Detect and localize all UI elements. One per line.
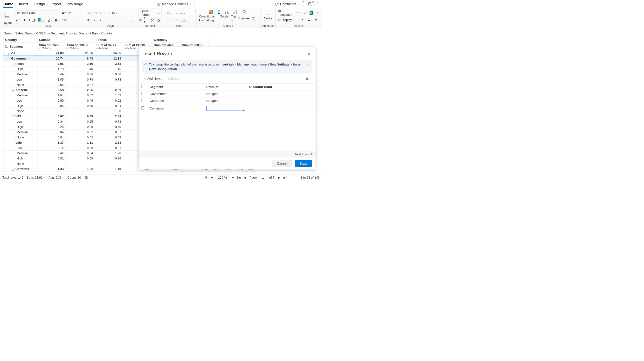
increase-font-icon[interactable]: A▴ — [62, 10, 66, 15]
sync-icon[interactable]: ⟳⌄ — [315, 18, 320, 22]
dlg-band-cell[interactable] — [247, 97, 316, 104]
page-first-button[interactable]: I◀ — [237, 176, 240, 180]
cell[interactable]: 0.65 — [37, 82, 65, 88]
cell[interactable]: 1.78 — [37, 66, 65, 72]
cell[interactable]: 0.08 — [66, 145, 95, 150]
cell[interactable]: 0.02 — [95, 98, 123, 103]
explorer-button[interactable] — [233, 10, 238, 15]
cell[interactable]: 0.14 — [37, 145, 65, 150]
cell[interactable] — [66, 161, 95, 166]
close-icon[interactable]: ✕ — [308, 51, 311, 56]
cell[interactable]: 1.33 — [37, 166, 65, 172]
cell[interactable] — [95, 82, 123, 88]
tab-home[interactable]: Home — [3, 1, 14, 7]
cell[interactable]: 1.26 — [95, 150, 123, 156]
font-family-select[interactable]: Inforiver Sans⌄ — [16, 10, 46, 15]
layout-dropdown[interactable]: ⌄ — [2, 25, 11, 28]
cell[interactable]: 0.49 — [66, 114, 95, 119]
dlg-row[interactable]: Consumer — [139, 104, 316, 112]
conditional-label[interactable]: Conditional Formatting — [199, 14, 218, 22]
ribbon-collapse-icon[interactable]: ⌄ — [319, 24, 321, 27]
cell[interactable]: 1.04 — [37, 93, 65, 98]
cell[interactable]: 0.36 — [66, 72, 95, 77]
format-painter-icon[interactable]: 🖌 ⌄ — [16, 18, 22, 22]
cell[interactable]: 1.00 — [95, 108, 123, 114]
font-color-button[interactable]: A⌄ — [48, 18, 52, 22]
dlg-product-cell[interactable] — [204, 104, 247, 112]
orientation-button[interactable]: ⤢ — [104, 11, 107, 15]
increase-decimal-button[interactable]: .0+ — [150, 18, 154, 22]
decrease-indent-button[interactable]: ⇤ — [94, 18, 96, 22]
cell[interactable]: 8.48 — [66, 56, 95, 61]
cell[interactable]: 0.04 — [95, 103, 123, 108]
cell[interactable]: 1.48 — [66, 66, 95, 72]
cell[interactable]: 2.69 — [95, 88, 123, 93]
cell[interactable]: 0.95 — [37, 103, 65, 108]
cell[interactable]: 1.05 — [37, 77, 65, 82]
cell[interactable]: 12.13 — [95, 56, 123, 61]
bold-button[interactable]: B — [24, 18, 26, 22]
underline-button[interactable]: U — [32, 18, 35, 22]
cell[interactable]: 0.37 — [95, 130, 123, 135]
cell[interactable]: 0.81 — [37, 156, 65, 161]
cell[interactable]: 2.04 — [95, 114, 123, 119]
cell[interactable]: 0.02 — [66, 130, 95, 135]
tab-design[interactable]: Design — [34, 1, 45, 7]
segment-header[interactable]: Segment — [3, 42, 37, 50]
excel-icon[interactable]: x⌄ — [310, 10, 315, 15]
display-button[interactable]: ⚙ Display — [278, 18, 292, 22]
decrease-decimal-button[interactable]: .0− — [157, 18, 162, 22]
notes-dd[interactable]: ⌄ — [263, 20, 273, 23]
percent-button[interactable]: % — [138, 18, 142, 22]
cell[interactable]: 0.73 — [95, 119, 123, 124]
topn-button[interactable] — [224, 10, 229, 15]
totals-label[interactable]: Totals — [220, 14, 228, 22]
dlg-product-cell[interactable]: Neugen — [204, 97, 247, 104]
chart-bar-icon[interactable]: ▭⌄ — [166, 11, 172, 15]
cell[interactable]: 21.36 — [66, 50, 95, 56]
currency-button[interactable]: $€ — [144, 16, 147, 24]
dlg-segment-cell[interactable]: Corporate — [147, 97, 204, 104]
cell[interactable]: 0.46 — [66, 98, 95, 103]
totals-button[interactable]: Σ — [218, 10, 220, 15]
cell[interactable]: 0.82 — [66, 93, 95, 98]
cell[interactable]: 0.26 — [37, 124, 65, 130]
cell[interactable]: 1.63 — [95, 93, 123, 98]
cell[interactable]: 0.42 — [37, 150, 65, 156]
cell[interactable]: 24.35 — [95, 50, 123, 56]
dlg-row[interactable]: GovernmentNeugen — [139, 90, 316, 97]
zoom-level[interactable]: 100 % — [216, 175, 229, 180]
cell[interactable]: 1.02 — [66, 166, 95, 172]
line-height-button[interactable]: ↕ 19 ⌄ — [109, 11, 118, 15]
dlg-row[interactable]: CorporateNeugen — [139, 97, 316, 104]
cell[interactable]: 0.69 — [66, 156, 95, 161]
filter2-icon[interactable]: ▽ — [317, 11, 320, 15]
cell[interactable]: 0.04 — [37, 130, 65, 135]
wrap-text-button[interactable]: ab↵⌄ — [94, 11, 102, 15]
collapse-icon[interactable]: − — [12, 116, 14, 118]
zoom-in-button[interactable]: + — [232, 176, 234, 180]
redo-icon[interactable]: ↷ — [302, 18, 305, 22]
cell[interactable]: 0.60 — [37, 98, 65, 103]
collapse-icon[interactable]: − — [8, 58, 10, 60]
visibility-icon[interactable]: 👁‍🗨 — [84, 176, 88, 180]
conditional-format-button[interactable] — [209, 10, 214, 15]
cell[interactable]: 0.04 — [37, 135, 65, 140]
cell[interactable]: 0.25 — [66, 119, 95, 124]
tab-insert[interactable]: Insert — [19, 1, 28, 7]
dlg-segment-cell[interactable]: Consumer — [147, 104, 204, 112]
edit-columns-icon[interactable]: ▤⌄ — [306, 77, 311, 80]
collapse-icon[interactable]: − — [12, 168, 14, 170]
cell[interactable] — [37, 108, 65, 114]
page-next-button[interactable]: ▶ — [278, 176, 280, 180]
cell[interactable]: 0.78 — [95, 77, 123, 82]
cell[interactable]: 1.11 — [66, 140, 95, 145]
cloud-icon[interactable]: ☁⌄ — [307, 18, 312, 22]
chart-wf-icon[interactable]: ▭⌄ — [166, 18, 172, 22]
manage-columns-button[interactable]: Manage Columns⌄ — [154, 1, 194, 7]
templates-button[interactable]: ▦ Templates — [278, 9, 292, 16]
chart-stack-icon[interactable]: ▯⌄ — [174, 11, 178, 15]
cell[interactable]: 2.53 — [95, 61, 123, 66]
quick-format-button[interactable]: Quick Format⌄ — [138, 8, 161, 18]
comments-button[interactable]: Comments⌄ — [272, 1, 302, 7]
